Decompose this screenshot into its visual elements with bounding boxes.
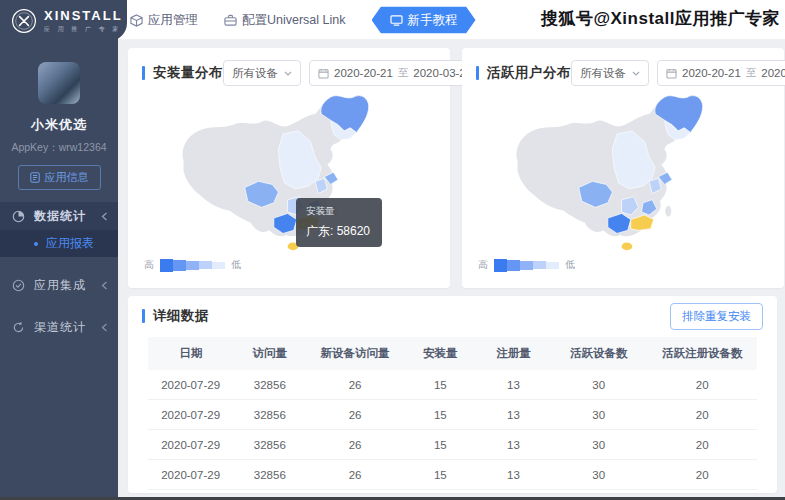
logo-block: XINSTALL 应 用 推 广 专 家 — [0, 0, 127, 41]
detail-data-card: 详细数据 排除重复安装 日期访问量新设备访问量安装量注册量活跃设备数活跃注册设备… — [128, 296, 777, 493]
panel-title: 活跃用户分布 — [487, 64, 571, 82]
nav-label: 应用管理 — [148, 12, 198, 29]
column-header: 访问量 — [233, 346, 306, 361]
sidebar-item-label: 应用集成 — [34, 277, 101, 294]
device-filter-value: 所有设备 — [580, 66, 626, 81]
nav-universal-link[interactable]: 配置Universal Link — [224, 12, 346, 29]
cube-icon — [130, 14, 143, 27]
legend-high-label: 高 — [478, 258, 488, 272]
logo-title: XINSTALL — [44, 8, 123, 23]
main-content: 安装量分布 所有设备 2020-20-21 至 2020-03-22 — [118, 40, 785, 500]
install-map[interactable]: 高 低 安装量 广东: 58620 — [128, 86, 450, 282]
legend-low-label: 低 — [565, 258, 575, 272]
nav-app-management[interactable]: 应用管理 — [130, 12, 198, 29]
menu-section-data-stats: 数据统计 应用报表 — [0, 202, 118, 257]
detail-title: 详细数据 — [153, 307, 209, 325]
active-dot — [34, 242, 38, 246]
table-body: 2020-07-2932856 2615 1330 20 2020-07-293… — [148, 370, 757, 490]
logo-subtitle: 应 用 推 广 专 家 — [44, 25, 123, 34]
china-map — [472, 88, 762, 264]
date-start: 2020-20-21 — [334, 67, 393, 79]
legend-gradient — [160, 259, 225, 272]
column-header: 安装量 — [404, 346, 477, 361]
calendar-icon — [666, 68, 677, 79]
tutorial-button-label: 新手教程 — [408, 12, 458, 29]
legend-high-label: 高 — [144, 258, 154, 272]
column-header: 活跃注册设备数 — [647, 346, 757, 361]
xinstall-logo-icon — [10, 7, 38, 35]
install-distribution-card: 安装量分布 所有设备 2020-20-21 至 2020-03-22 — [128, 48, 450, 288]
menu-section-integration: 应用集成 — [0, 271, 118, 299]
table-row: 2020-07-2932856 2615 1330 20 — [148, 370, 757, 400]
calendar-icon — [318, 68, 329, 79]
nav-label: 配置Universal Link — [242, 12, 346, 29]
active-users-distribution-card: 活跃用户分布 所有设备 2020-20-21 至 2020-03-22 — [462, 48, 784, 288]
table-header-row: 日期访问量新设备访问量安装量注册量活跃设备数活跃注册设备数 — [148, 337, 757, 370]
column-header: 活跃设备数 — [550, 346, 647, 361]
tooltip-metric: 安装量 — [306, 205, 372, 218]
date-separator: 至 — [398, 66, 409, 80]
refresh-arrows-icon — [12, 321, 25, 334]
china-map — [138, 88, 428, 264]
map-legend: 高 低 — [144, 258, 241, 272]
active-users-map[interactable]: 高 低 — [462, 86, 784, 282]
table-row: 2020-07-2932856 2615 1330 20 — [148, 430, 757, 460]
topbar-nav: 应用管理 配置Universal Link 新手教程 — [130, 0, 476, 40]
caret-down-icon — [284, 71, 292, 76]
menu-section-channel: 渠道统计 — [0, 313, 118, 341]
sidebar-item-label: 渠道统计 — [34, 319, 101, 336]
pie-chart-icon — [12, 210, 25, 223]
profile-block: 小米优选 AppKey：wrw12364 应用信息 — [0, 62, 118, 190]
book-icon — [390, 15, 403, 26]
column-header: 日期 — [148, 346, 233, 361]
chevron-left-icon — [101, 323, 108, 332]
sidebar-item-channel-stats[interactable]: 渠道统计 — [0, 313, 118, 341]
date-range-picker[interactable]: 2020-20-21 至 2020-03-22 — [657, 60, 785, 86]
document-icon — [30, 172, 40, 183]
accent-bar — [476, 66, 479, 80]
accent-bar — [142, 66, 145, 80]
date-start: 2020-20-21 — [682, 67, 741, 79]
sidebar: 小米优选 AppKey：wrw12364 应用信息 数据统计 — [0, 0, 118, 500]
chevron-left-icon — [101, 212, 108, 221]
column-header: 注册量 — [477, 346, 550, 361]
date-range-picker[interactable]: 2020-20-21 至 2020-03-22 — [309, 60, 481, 86]
column-header: 新设备访问量 — [306, 346, 403, 361]
sidebar-item-data-stats[interactable]: 数据统计 — [0, 202, 118, 230]
app-info-button-label: 应用信息 — [45, 170, 89, 185]
tooltip-value: 广东: 58620 — [306, 223, 372, 240]
sidebar-subitem-label: 应用报表 — [46, 235, 94, 252]
device-filter-value: 所有设备 — [232, 66, 278, 81]
sidebar-menu: 数据统计 应用报表 应用集成 — [0, 202, 118, 341]
app-info-button[interactable]: 应用信息 — [18, 165, 101, 190]
date-separator: 至 — [746, 66, 757, 80]
device-filter-select[interactable]: 所有设备 — [223, 60, 301, 86]
date-end: 2020-03-22 — [761, 67, 785, 79]
accent-bar — [142, 309, 145, 323]
appkey-label: AppKey：wrw12364 — [0, 141, 118, 155]
tutorial-button[interactable]: 新手教程 — [372, 6, 476, 35]
table-row: 2020-07-2932856 2615 1330 20 — [148, 400, 757, 430]
app-name: 小米优选 — [0, 116, 118, 134]
detail-table: 日期访问量新设备访问量安装量注册量活跃设备数活跃注册设备数 2020-07-29… — [148, 337, 757, 490]
watermark-text: 搜狐号@Xinstall应用推广专家 — [541, 7, 780, 30]
caret-down-icon — [632, 71, 640, 76]
legend-low-label: 低 — [231, 258, 241, 272]
dedupe-install-button[interactable]: 排除重复安装 — [670, 303, 763, 330]
sidebar-item-label: 数据统计 — [34, 208, 101, 225]
sidebar-item-app-report[interactable]: 应用报表 — [0, 230, 118, 257]
table-row: 2020-07-2932856 2615 1330 20 — [148, 460, 757, 490]
legend-gradient — [494, 259, 559, 272]
briefcase-icon — [224, 14, 237, 27]
panel-title: 安装量分布 — [153, 64, 223, 82]
chevron-left-icon — [101, 281, 108, 290]
app-avatar — [38, 62, 80, 104]
sidebar-item-app-integration[interactable]: 应用集成 — [0, 271, 118, 299]
integration-icon — [12, 279, 25, 292]
map-tooltip: 安装量 广东: 58620 — [296, 198, 382, 247]
device-filter-select[interactable]: 所有设备 — [571, 60, 649, 86]
map-legend: 高 低 — [478, 258, 575, 272]
